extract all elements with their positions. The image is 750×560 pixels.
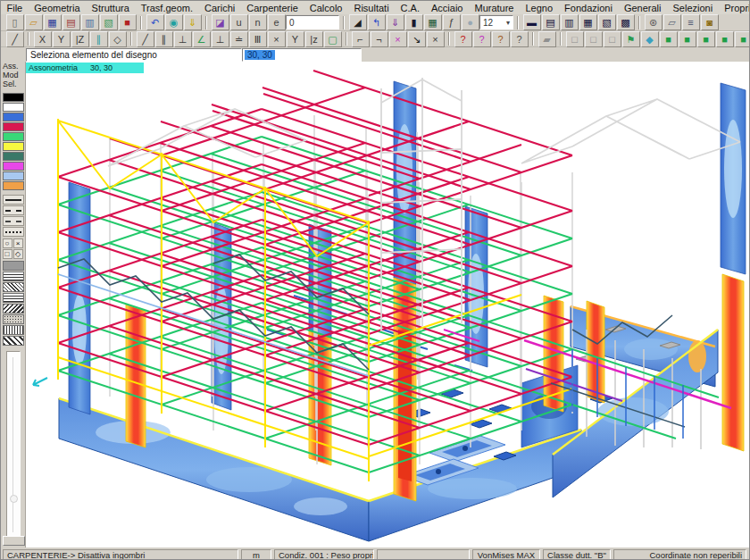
line-style-dashed[interactable]	[3, 205, 24, 215]
query-report-icon[interactable]: ?	[511, 31, 529, 47]
polygon-tool-icon[interactable]: ▢	[324, 31, 342, 47]
hatch-hlines[interactable]	[3, 293, 24, 303]
hatch-diagonal[interactable]	[3, 282, 24, 292]
texture-dark-icon[interactable]: ▮	[405, 14, 423, 30]
parallel-tool-icon[interactable]: ∥	[155, 31, 173, 47]
color-swatch-green[interactable]	[3, 132, 24, 141]
style-e-button[interactable]: e	[268, 14, 286, 30]
hatch-solid[interactable]	[3, 261, 24, 271]
color-swatch-orange[interactable]	[3, 181, 24, 190]
lock-icon[interactable]: ◙	[701, 14, 719, 30]
menu-carpenterie[interactable]: Carpenterie	[241, 3, 304, 13]
menu-geometria[interactable]: Geometria	[29, 3, 86, 13]
coord-y-icon[interactable]: Y	[53, 31, 71, 47]
menu-struttura[interactable]: Struttura	[86, 3, 135, 13]
menu-fondazioni[interactable]: Fondazioni	[559, 3, 619, 13]
trim-corner-icon[interactable]: ⌐	[352, 31, 370, 47]
line-style-dashdot[interactable]	[3, 216, 24, 226]
import-doc-icon[interactable]: ▤	[62, 14, 80, 30]
query-node-icon[interactable]: ?	[473, 31, 491, 47]
flag-marker-icon[interactable]: ⚑	[622, 31, 640, 47]
tab-selezione[interactable]: Sel.	[1, 79, 25, 88]
open-folder-icon[interactable]: ▱	[25, 14, 43, 30]
menu-legno[interactable]: Legno	[520, 3, 559, 13]
merge-doc-icon[interactable]: ▧	[100, 14, 118, 30]
color-swatch-teal[interactable]	[3, 152, 24, 161]
cube-wire-1-icon[interactable]: □	[566, 31, 584, 47]
export-doc-icon[interactable]: ▥	[81, 14, 99, 30]
texture-green-icon[interactable]: ▦	[424, 14, 442, 30]
multi-line-tool-icon[interactable]: Ⅲ	[249, 31, 267, 47]
marker-square[interactable]: □	[3, 249, 12, 259]
color-swatch-white[interactable]	[3, 103, 24, 112]
menu-generali[interactable]: Generali	[618, 3, 667, 13]
cube-wire-2-icon[interactable]: □	[585, 31, 603, 47]
model-canvas[interactable]	[26, 62, 749, 547]
font-size-select[interactable]: 12▾	[479, 15, 513, 29]
settings-gear-icon[interactable]: ⊛	[645, 14, 662, 30]
line-tool-icon[interactable]: ╱	[137, 31, 154, 47]
menu-risultati[interactable]: Risultati	[348, 3, 395, 13]
eraser-icon[interactable]: ▰	[538, 31, 556, 47]
fill-mode-icon[interactable]: ◢	[349, 14, 367, 30]
menu-murature[interactable]: Murature	[469, 3, 520, 13]
hatch-cross[interactable]	[3, 272, 24, 281]
report-list-icon[interactable]: ≡	[682, 14, 700, 30]
rhombus-select-icon[interactable]: ◇	[109, 31, 127, 47]
view-solid-4-icon[interactable]: ■	[716, 31, 734, 47]
menu-acciaio[interactable]: Acciaio	[426, 3, 469, 13]
window-left-icon[interactable]: ▧	[598, 14, 616, 30]
profile-page-icon[interactable]: ▱	[663, 14, 681, 30]
text-color-icon[interactable]: ◪	[212, 14, 229, 30]
down-arrow-icon[interactable]: ⇓	[387, 14, 404, 30]
cube-solid-cyan-icon[interactable]: ◆	[641, 31, 659, 47]
save-icon[interactable]: ▦	[44, 14, 62, 30]
color-swatch-crimson[interactable]	[3, 122, 24, 131]
marker-cross[interactable]: ×	[13, 238, 23, 248]
snap-arrow-icon[interactable]: ↘	[408, 31, 426, 47]
angle-tool-icon[interactable]: ∠	[193, 31, 211, 47]
menu-trasf-geom[interactable]: Trasf.geom.	[135, 3, 198, 13]
color-swatch-magenta[interactable]	[3, 162, 24, 171]
marker-diamond[interactable]: ◇	[13, 249, 23, 259]
coord-x-icon[interactable]: X	[34, 31, 52, 47]
tab-assonometria[interactable]: Ass.	[1, 62, 25, 71]
color-swatch-lightblue[interactable]	[3, 171, 24, 180]
shade-sphere-icon[interactable]: ●	[462, 14, 479, 30]
window-quad-icon[interactable]: ▦	[579, 14, 597, 30]
query-beam-icon[interactable]: ?	[492, 31, 510, 47]
window-single-icon[interactable]: ▬	[523, 14, 541, 30]
zoom-level-select[interactable]: 0	[286, 15, 339, 29]
hook-select-icon[interactable]: ↰	[368, 14, 386, 30]
tab-modello[interactable]: Mod	[1, 71, 25, 79]
menu-ca[interactable]: C.A.	[395, 3, 425, 13]
query-entity-icon[interactable]: ?	[454, 31, 472, 47]
draw-line-icon[interactable]: ╱	[6, 31, 24, 47]
marker-circle[interactable]: ○	[3, 238, 12, 248]
vertical-slider[interactable]	[6, 351, 21, 542]
break-cross-icon[interactable]: ×	[389, 31, 407, 47]
perpendicular-tool-icon[interactable]: ⊥	[174, 31, 192, 47]
menu-file[interactable]: File	[1, 3, 29, 13]
hatch-zigzag[interactable]	[3, 336, 24, 346]
hatch-diagonal-2[interactable]	[3, 304, 24, 313]
menu-selezioni[interactable]: Selezioni	[667, 3, 719, 13]
view-solid-5-icon[interactable]: ■	[735, 31, 750, 47]
style-n-button[interactable]: n	[249, 14, 267, 30]
window-grid-icon[interactable]: ▩	[617, 14, 635, 30]
refresh-view-icon[interactable]: ◉	[165, 14, 183, 30]
view-solid-3-icon[interactable]: ■	[697, 31, 715, 47]
menu-proprieta[interactable]: Proprietà	[719, 3, 750, 13]
slider-thumb[interactable]	[10, 495, 18, 503]
menu-carichi[interactable]: Carichi	[199, 3, 241, 13]
parallel-cyan-icon[interactable]: ∥	[90, 31, 108, 47]
color-swatch-blue[interactable]	[3, 113, 24, 121]
capture-image-icon[interactable]: ■	[119, 14, 137, 30]
delete-cross-icon[interactable]: ×	[427, 31, 445, 47]
undo-icon[interactable]: ↶	[146, 14, 164, 30]
axis-y-icon[interactable]: Y	[287, 31, 304, 47]
style-u-button[interactable]: u	[230, 14, 248, 30]
view-solid-1-icon[interactable]: ■	[660, 31, 678, 47]
hatch-vlines[interactable]	[3, 325, 24, 335]
scale-cross-icon[interactable]: ×	[268, 31, 286, 47]
